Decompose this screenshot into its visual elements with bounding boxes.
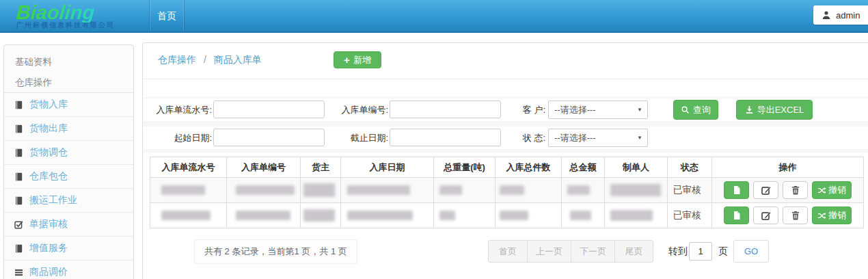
first-page-button[interactable]: 首页 <box>488 240 528 263</box>
search-icon <box>681 105 690 114</box>
panel-header: 仓库操作 / 商品入库单 + 新增 <box>143 43 868 79</box>
sidebar-item-label: 货物调仓 <box>29 146 68 159</box>
app-logo: Biaoling 广州标领信息科技有限公司 <box>16 2 115 30</box>
next-page-button[interactable]: 下一页 <box>571 240 615 263</box>
pager: 首页 上一页 下一页 尾页 <box>488 240 653 263</box>
redacted-cell <box>236 211 290 220</box>
end-date-label: 截止日期: <box>329 127 388 149</box>
last-page-button[interactable]: 尾页 <box>614 240 653 263</box>
delete-button[interactable] <box>783 181 808 199</box>
sidebar-item-goods-inbound[interactable]: 货物入库 <box>4 93 133 117</box>
shuffle-icon <box>817 186 826 195</box>
col-header-creator: 制单人 <box>605 157 668 178</box>
goto-label: 转到 <box>668 240 688 263</box>
filter-area: 入库单流水号: 入库单编号: 客 户: --请选择--- ▼ 查询 导出EXCE… <box>144 97 868 152</box>
redacted-cell <box>570 211 591 220</box>
redacted-cell <box>500 185 524 195</box>
end-date-input[interactable] <box>390 129 501 146</box>
redacted-cell <box>439 185 462 195</box>
status-value: 已审核 <box>668 185 701 195</box>
page-number-input[interactable] <box>689 242 712 261</box>
start-date-input[interactable] <box>213 129 325 146</box>
breadcrumb-current[interactable]: 商品入库单 <box>214 54 262 65</box>
sidebar-item-value-added-service[interactable]: 增值服务 <box>4 237 133 261</box>
view-document-button[interactable] <box>724 207 749 224</box>
go-button[interactable]: GO <box>733 240 769 263</box>
revoke-button[interactable]: 撤销 <box>812 181 852 199</box>
serial-input[interactable] <box>213 101 325 118</box>
main-panel: 仓库操作 / 商品入库单 + 新增 入库单流水号: 入库单编号: 客 户: --… <box>142 42 868 279</box>
export-excel-button[interactable]: 导出EXCEL <box>736 100 813 120</box>
delete-button[interactable] <box>783 207 808 224</box>
logo-text: Biaoling <box>16 2 95 23</box>
add-button[interactable]: + 新增 <box>334 51 381 68</box>
sidebar-section-warehouse-ops[interactable]: 仓库操作 <box>4 72 133 93</box>
record-summary: 共有 2 条记录，当前第1 页，共 1 页 <box>194 239 357 264</box>
sidebar-item-warehouse-package[interactable]: 仓库包仓 <box>4 165 133 189</box>
breadcrumb: 仓库操作 / 商品入库单 <box>158 54 262 66</box>
table-row: 已审核 撤销 <box>150 178 864 203</box>
col-header-order-no: 入库单编号 <box>227 157 301 178</box>
nav-home[interactable]: 首页 <box>149 0 185 31</box>
status-select-value: --请选择--- <box>554 133 596 143</box>
sidebar-item-handling-work[interactable]: 搬运工作业 <box>4 189 133 213</box>
book-icon <box>14 124 23 133</box>
redacted-cell <box>567 185 590 195</box>
sidebar-item-goods-repricing[interactable]: 商品调价 <box>4 261 133 279</box>
book-icon <box>14 244 23 253</box>
status-label: 状 态: <box>507 127 545 149</box>
file-icon <box>732 211 742 220</box>
status-select[interactable]: --请选择--- ▼ <box>548 129 648 147</box>
redacted-cell <box>161 211 211 220</box>
list-icon <box>14 268 23 277</box>
edit-icon <box>761 185 771 195</box>
sidebar-item-goods-transfer[interactable]: 货物调仓 <box>4 141 133 165</box>
sidebar-item-goods-outbound[interactable]: 货物出库 <box>4 117 133 141</box>
sidebar-item-label: 单据审核 <box>29 218 68 230</box>
customer-select-value: --请选择--- <box>554 105 596 115</box>
page: Biaoling 广州标领信息科技有限公司 首页 admin 基础资料 仓库操作… <box>0 0 868 279</box>
sidebar-section-basic-data[interactable]: 基础资料 <box>4 52 133 72</box>
order-no-label: 入库单编号: <box>329 98 388 121</box>
redacted-cell <box>236 185 295 195</box>
trash-icon <box>791 211 800 220</box>
revoke-button-label: 撤销 <box>828 184 846 196</box>
edit-button[interactable] <box>753 207 778 224</box>
add-button-label: 新增 <box>353 54 371 66</box>
book-icon <box>14 148 23 157</box>
redacted-cell <box>500 211 528 220</box>
redacted-cell <box>303 209 335 222</box>
inbound-orders-table: 入库单流水号 入库单编号 货主 入库日期 总重量(吨) 入库总件数 总金额 制单… <box>150 157 864 228</box>
sidebar-item-label: 仓库包仓 <box>29 170 68 183</box>
prev-page-button[interactable]: 上一页 <box>527 240 571 263</box>
search-button[interactable]: 查询 <box>673 100 718 120</box>
plus-icon: + <box>344 55 350 65</box>
book-icon <box>14 101 23 109</box>
redacted-cell <box>610 210 653 221</box>
view-document-button[interactable] <box>724 181 749 199</box>
serial-label: 入库单流水号: <box>153 98 212 121</box>
breadcrumb-parent[interactable]: 仓库操作 <box>158 54 196 65</box>
edit-button[interactable] <box>753 181 778 199</box>
col-header-status: 状态 <box>668 157 712 178</box>
edit-icon <box>761 211 771 220</box>
row-actions: 撤销 <box>712 207 863 224</box>
topbar: Biaoling 广州标领信息科技有限公司 首页 admin <box>0 0 868 33</box>
redacted-cell <box>439 211 455 220</box>
sidebar-item-label: 商品调价 <box>29 266 68 278</box>
redacted-cell <box>161 185 205 195</box>
status-value: 已审核 <box>668 210 701 220</box>
search-button-label: 查询 <box>693 104 711 116</box>
caret-down-icon: ▼ <box>637 129 642 146</box>
customer-select[interactable]: --请选择--- ▼ <box>548 101 648 119</box>
filter-row-2: 起始日期: 截止日期: 状 态: --请选择--- ▼ <box>144 127 868 149</box>
user-menu-button[interactable]: admin <box>813 5 868 25</box>
book-icon <box>14 196 23 205</box>
book-icon <box>14 172 23 181</box>
order-no-input[interactable] <box>390 101 501 118</box>
revoke-button[interactable]: 撤销 <box>812 207 852 224</box>
redacted-cell <box>610 184 661 196</box>
sidebar-item-document-audit[interactable]: 单据审核 <box>4 213 133 237</box>
redacted-cell <box>347 185 410 195</box>
breadcrumb-separator: / <box>204 54 206 65</box>
